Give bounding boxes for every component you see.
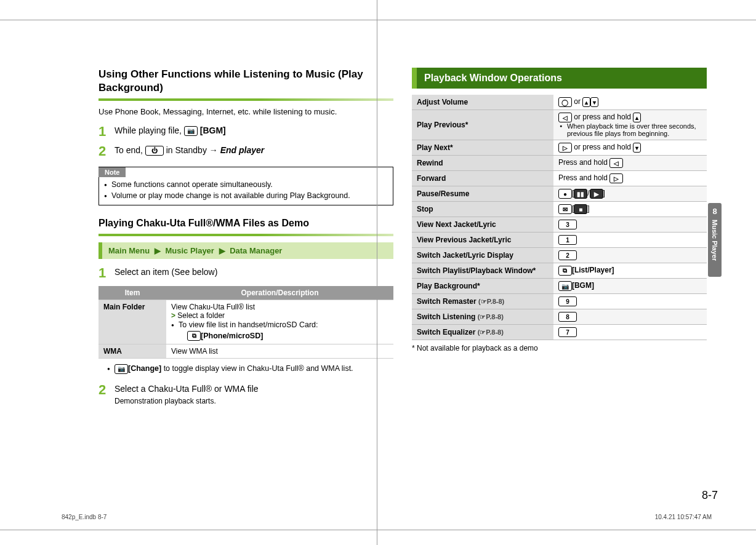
cell-desc: View WMA list bbox=[166, 344, 393, 359]
note-item: Some functions cannot operate simultaneo… bbox=[104, 180, 388, 191]
op-value: 2 bbox=[553, 248, 707, 263]
key-label: [List/Player] bbox=[572, 266, 614, 274]
chevron-right-icon: ▶ bbox=[155, 246, 161, 255]
end-player: End player bbox=[220, 145, 265, 155]
op-label: Switch Remaster (☞P.8-8) bbox=[412, 294, 553, 309]
cell-item: Main Folder bbox=[99, 300, 166, 344]
dot-icon: ● bbox=[558, 189, 572, 199]
end-key-icon: ⏻ bbox=[145, 146, 164, 156]
table-row: Play Next*▷ or press and hold ▾ bbox=[412, 140, 707, 156]
up-icon: ▴ bbox=[582, 97, 590, 107]
op-label: Stop bbox=[412, 202, 553, 217]
key-label: [BGM] bbox=[572, 281, 594, 290]
op-value: ⧉[List/Player] bbox=[553, 263, 707, 279]
op-value: ✉[■] bbox=[553, 202, 707, 217]
op-value: 8 bbox=[553, 309, 707, 325]
play-icon: ▶ bbox=[590, 189, 603, 199]
table-row: Pause/Resume●[▮▮/▶] bbox=[412, 186, 707, 202]
op-label: Play Next* bbox=[412, 140, 553, 156]
op-value: Press and hold ◁ bbox=[553, 156, 707, 171]
change-key: [Change] bbox=[128, 364, 161, 373]
right-icon: ▷ bbox=[609, 173, 623, 183]
op-label: Switch Equalizer (☞P.8-8) bbox=[412, 325, 553, 340]
step2-a: To end, bbox=[115, 145, 145, 155]
cell-item: WMA bbox=[99, 344, 166, 359]
down-icon: ▾ bbox=[590, 97, 598, 107]
breadcrumb-item: Main Menu bbox=[108, 246, 150, 255]
op-label: Play Previous* bbox=[412, 110, 553, 140]
op-value: 1 bbox=[553, 233, 707, 248]
breadcrumb-item: Data Manager bbox=[230, 246, 282, 255]
section-playback-ops: Playback Window Operations bbox=[412, 68, 707, 89]
op-value: 9 bbox=[553, 294, 707, 309]
th-desc: Operation/Description bbox=[166, 286, 393, 300]
camera-icon: 📷 bbox=[184, 126, 198, 136]
note-item: Volume or play mode change is not availa… bbox=[104, 191, 388, 202]
tv-icon: ⧉ bbox=[187, 331, 201, 341]
numkey-9: 9 bbox=[558, 296, 577, 306]
step4-sub: Demonstration playback starts. bbox=[115, 396, 259, 407]
desc-line: View Chaku-Uta Full® list bbox=[171, 303, 388, 311]
stop-icon: ■ bbox=[574, 204, 587, 214]
table-row: Play Background*📷[BGM] bbox=[412, 279, 707, 294]
footnote: * Not available for playback as a demo bbox=[412, 344, 707, 352]
footer-right: 10.4.21 10:57:47 AM bbox=[655, 514, 712, 520]
page-ref: (☞P.8-8) bbox=[478, 313, 504, 320]
op-value: 📷[BGM] bbox=[553, 279, 707, 294]
camera-icon: 📷 bbox=[115, 364, 128, 374]
operations-table: Adjust Volume◯ or ▴▾Play Previous*◁ or p… bbox=[412, 95, 707, 340]
op-label: Switch Jacket/Lyric Display bbox=[412, 248, 553, 263]
desc-key: [Phone/microSD] bbox=[201, 332, 263, 340]
numkey-7: 7 bbox=[558, 327, 577, 337]
page-number: 8-7 bbox=[702, 489, 718, 502]
op-value: ◯ or ▴▾ bbox=[553, 95, 707, 110]
table-row: Switch Playlist/Playback Window*⧉[List/P… bbox=[412, 263, 707, 279]
page-ref: (☞P.8-8) bbox=[478, 328, 504, 336]
note-box: Note Some functions cannot operate simul… bbox=[99, 167, 393, 205]
step-2: 2 To end, ⏻ in Standby → End player bbox=[99, 145, 393, 158]
item-table: Item Operation/Description Main Folder V… bbox=[99, 286, 393, 359]
down-icon: ▾ bbox=[633, 143, 641, 153]
table-row: Play Previous*◁ or press and hold ▴When … bbox=[412, 110, 707, 140]
heading-play-background: Using Other Functions while Listening to… bbox=[99, 68, 393, 95]
step-1: 1 While playing file, 📷 [BGM] bbox=[99, 125, 393, 138]
th-item: Item bbox=[99, 286, 166, 300]
side-tab-label: Music Player bbox=[711, 220, 718, 261]
breadcrumb: Main Menu ▶ Music Player ▶ Data Manager bbox=[99, 242, 393, 259]
op-label: Forward bbox=[412, 171, 553, 186]
table-row: RewindPress and hold ◁ bbox=[412, 156, 707, 171]
table-row: WMA View WMA list bbox=[99, 344, 393, 359]
op-value: Press and hold ▷ bbox=[553, 171, 707, 186]
circle-icon: ◯ bbox=[558, 97, 572, 107]
page-ref: (☞P.8-8) bbox=[478, 298, 504, 305]
numkey-3: 3 bbox=[558, 220, 577, 229]
op-value: ▷ or press and hold ▾ bbox=[553, 140, 707, 156]
step-2b: 2 Select a Chaku-Uta Full® or WMA file D… bbox=[99, 383, 393, 407]
step4-text: Select a Chaku-Uta Full® or WMA file bbox=[115, 383, 259, 396]
numkey-1: 1 bbox=[558, 235, 577, 245]
subtitle: Use Phone Book, Messaging, Internet, etc… bbox=[99, 107, 393, 116]
chevron-icon: > bbox=[171, 311, 177, 320]
numkey-2: 2 bbox=[558, 250, 577, 260]
table-row: Switch Remaster (☞P.8-8)9 bbox=[412, 294, 707, 309]
divider bbox=[99, 234, 393, 236]
desc-line: To view file list in handset/microSD Car… bbox=[171, 320, 388, 341]
table-row: View Previous Jacket/Lyric1 bbox=[412, 233, 707, 248]
step2-b: in Standby → bbox=[166, 145, 220, 155]
change-note: 📷[Change] to toggle display view in Chak… bbox=[107, 364, 393, 375]
op-label: View Previous Jacket/Lyric bbox=[412, 233, 553, 248]
op-value: 3 bbox=[553, 217, 707, 233]
left-icon: ◁ bbox=[558, 113, 572, 122]
divider bbox=[99, 98, 393, 101]
op-value: ●[▮▮/▶] bbox=[553, 186, 707, 202]
table-row: Switch Listening (☞P.8-8)8 bbox=[412, 309, 707, 325]
pause-icon: ▮▮ bbox=[574, 189, 587, 199]
op-label: Switch Playlist/Playback Window* bbox=[412, 263, 553, 279]
mail-icon: ✉ bbox=[558, 204, 572, 214]
step1-text: While playing file, bbox=[115, 125, 184, 135]
side-tab-num: 8 bbox=[712, 207, 717, 216]
table-row: Stop✉[■] bbox=[412, 202, 707, 217]
op-value: ◁ or press and hold ▴When playback time … bbox=[553, 110, 707, 140]
side-tab: 8 Music Player bbox=[708, 203, 722, 277]
cell-desc: View Chaku-Uta Full® list > Select a fol… bbox=[166, 300, 393, 344]
